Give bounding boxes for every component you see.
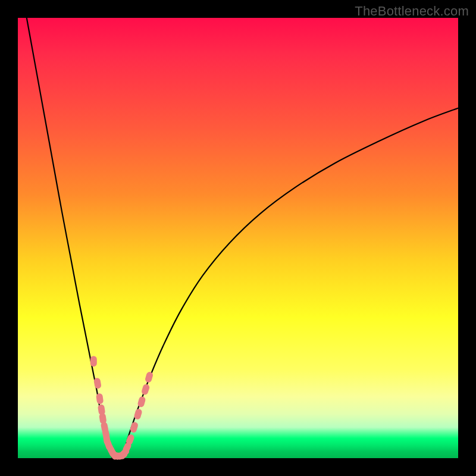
scatter-dot — [90, 356, 97, 367]
scatter-dot — [145, 371, 154, 383]
left-branch-line — [27, 18, 112, 458]
scatter-dot — [96, 393, 104, 404]
scatter-dot — [129, 421, 139, 434]
scatter-dots — [90, 356, 154, 461]
right-branch-line — [121, 108, 458, 458]
scatter-dot — [141, 383, 151, 396]
chart-frame: TheBottleneck.com — [0, 0, 476, 476]
watermark-text: TheBottleneck.com — [355, 4, 469, 19]
scatter-dot — [93, 377, 102, 389]
curve-layer — [18, 18, 458, 458]
